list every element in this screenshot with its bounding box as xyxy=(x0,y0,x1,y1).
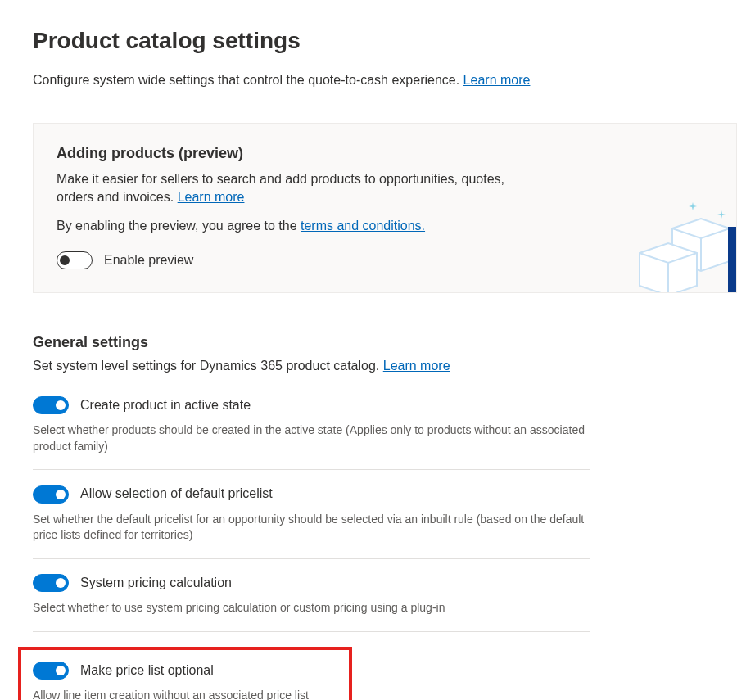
preview-card-desc-text: Make it easier for sellers to search and… xyxy=(57,172,504,204)
setting-system-pricing: System pricing calculation Select whethe… xyxy=(33,574,590,632)
toggle-knob xyxy=(56,578,66,588)
system-pricing-label: System pricing calculation xyxy=(80,574,232,592)
svg-rect-6 xyxy=(728,227,737,293)
setting-create-product-active: Create product in active state Select wh… xyxy=(33,396,590,471)
enable-preview-label: Enable preview xyxy=(104,251,193,269)
page-learn-more-link[interactable]: Learn more xyxy=(463,73,531,87)
decorative-boxes-icon xyxy=(623,196,737,293)
create-product-active-toggle[interactable] xyxy=(33,396,69,414)
price-list-optional-desc: Allow line item creation without an asso… xyxy=(33,688,337,700)
svg-marker-5 xyxy=(717,210,726,219)
page-subtitle: Configure system wide settings that cont… xyxy=(33,71,737,89)
general-settings-subtitle: Set system level settings for Dynamics 3… xyxy=(33,357,590,375)
toggle-knob xyxy=(56,490,66,499)
setting-price-list-optional: Make price list optional Allow line item… xyxy=(33,647,590,700)
setting-default-pricelist: Allow selection of default pricelist Set… xyxy=(33,485,590,559)
preview-card-title: Adding products (preview) xyxy=(57,143,713,164)
preview-card-desc: Make it easier for sellers to search and… xyxy=(57,170,515,207)
default-pricelist-desc: Set whether the default pricelist for an… xyxy=(33,512,590,544)
enable-preview-toggle[interactable] xyxy=(57,251,93,269)
system-pricing-desc: Select whether to use system pricing cal… xyxy=(33,600,590,616)
general-settings-subtitle-text: Set system level settings for Dynamics 3… xyxy=(33,359,383,373)
price-list-optional-label: Make price list optional xyxy=(80,662,214,680)
default-pricelist-label: Allow selection of default pricelist xyxy=(80,485,273,503)
page-subtitle-text: Configure system wide settings that cont… xyxy=(33,73,463,87)
enable-preview-row: Enable preview xyxy=(57,251,713,269)
terms-and-conditions-link[interactable]: terms and conditions. xyxy=(301,219,425,233)
system-pricing-toggle[interactable] xyxy=(33,574,69,592)
toggle-knob xyxy=(56,400,66,410)
svg-marker-4 xyxy=(689,202,697,210)
page-title: Product catalog settings xyxy=(33,25,737,56)
toggle-knob xyxy=(56,666,66,675)
toggle-knob xyxy=(60,255,70,265)
preview-card: Adding products (preview) Make it easier… xyxy=(33,123,737,294)
general-settings-title: General settings xyxy=(33,332,590,353)
preview-card-terms: By enabling the preview, you agree to th… xyxy=(57,217,515,235)
create-product-active-label: Create product in active state xyxy=(80,396,251,414)
preview-card-terms-text: By enabling the preview, you agree to th… xyxy=(57,219,301,233)
general-settings-section: General settings Set system level settin… xyxy=(33,332,590,700)
price-list-optional-toggle[interactable] xyxy=(33,662,69,680)
preview-card-learn-more-link[interactable]: Learn more xyxy=(178,190,245,204)
create-product-active-desc: Select whether products should be create… xyxy=(33,422,590,454)
general-learn-more-link[interactable]: Learn more xyxy=(383,359,450,373)
default-pricelist-toggle[interactable] xyxy=(33,485,69,504)
highlight-box: Make price list optional Allow line item… xyxy=(18,647,352,700)
